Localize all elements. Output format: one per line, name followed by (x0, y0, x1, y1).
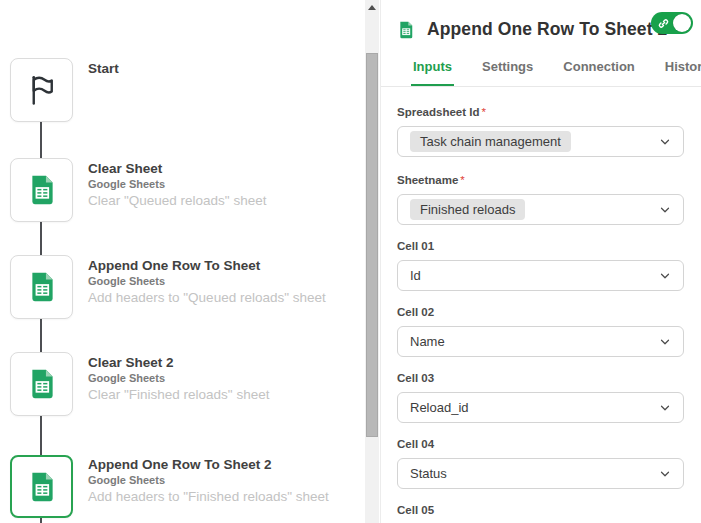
cell-03-select[interactable]: Reload_id (397, 392, 684, 423)
step-title: Clear Sheet (88, 160, 266, 177)
google-sheets-icon (25, 367, 59, 401)
cell-04-select[interactable]: Status (397, 458, 684, 489)
tab-settings[interactable]: Settings (480, 55, 535, 86)
tab-connection[interactable]: Connection (561, 55, 637, 86)
required-asterisk: * (481, 106, 485, 118)
step-label-clear-sheet: Clear Sheet Google Sheets Clear "Queued … (88, 160, 266, 209)
google-sheets-icon (25, 470, 59, 504)
field-cell-03: Cell 03* Reload_id (397, 368, 684, 423)
selected-value: Reload_id (410, 400, 469, 415)
vertical-scrollbar[interactable] (365, 0, 379, 523)
tab-history[interactable]: History (663, 55, 701, 86)
step-app-name: Google Sheets (88, 177, 266, 192)
field-sheetname: Sheetname* Finished reloads (397, 170, 684, 225)
panel-header: Append One Row To Sheet 2 (381, 0, 701, 46)
step-app-name: Google Sheets (88, 274, 326, 289)
field-label: Cell 04 (397, 438, 434, 450)
cell-02-select[interactable]: Name (397, 326, 684, 357)
scrollbar-thumb[interactable] (366, 53, 378, 437)
step-title: Clear Sheet 2 (88, 354, 269, 371)
scrollbar-up-arrow-icon[interactable] (368, 5, 376, 10)
flow-builder-window: Start Clear Sheet Google Sheets Clear "Q… (0, 0, 701, 523)
field-label: Sheetname (397, 174, 458, 186)
selected-value: Name (410, 334, 445, 349)
step-title: Start (88, 60, 119, 77)
toggle-knob (673, 14, 691, 32)
inputs-form: Spreadsheet Id* Task chain management Sh… (381, 87, 701, 523)
step-description: Clear "Queued reloads" sheet (88, 192, 266, 209)
flag-icon (24, 72, 60, 108)
field-cell-04: Cell 04* Status (397, 434, 684, 489)
panel-title: Append One Row To Sheet 2 (427, 19, 667, 40)
step-title: Append One Row To Sheet 2 (88, 456, 329, 473)
connection-toggle[interactable] (651, 12, 693, 34)
step-label-clear-sheet-2: Clear Sheet 2 Google Sheets Clear "Finis… (88, 354, 269, 403)
step-title: Append One Row To Sheet (88, 257, 326, 274)
chevron-down-icon (659, 468, 671, 480)
flow-canvas: Start Clear Sheet Google Sheets Clear "Q… (0, 0, 365, 523)
field-label: Cell 03 (397, 372, 434, 384)
required-asterisk: * (460, 174, 464, 186)
step-node-clear-sheet[interactable] (10, 158, 73, 222)
field-cell-01: Cell 01* Id (397, 236, 684, 291)
step-label-append-one-row: Append One Row To Sheet Google Sheets Ad… (88, 257, 326, 306)
chevron-down-icon (659, 136, 671, 148)
step-node-append-one-row[interactable] (10, 255, 73, 319)
field-label: Cell 02 (397, 306, 434, 318)
field-label: Cell 05 (397, 504, 434, 516)
step-node-clear-sheet-2[interactable] (10, 352, 73, 416)
selected-value: Id (410, 268, 421, 283)
step-description: Add headers to "Queued reloads" sheet (88, 289, 326, 306)
step-description: Clear "Finished reloads" sheet (88, 386, 269, 403)
field-spreadsheet-id: Spreadsheet Id* Task chain management (397, 102, 684, 157)
panel-tabs: Inputs Settings Connection History (381, 55, 701, 87)
selected-value: Finished reloads (410, 199, 525, 220)
spreadsheet-id-select[interactable]: Task chain management (397, 126, 684, 157)
selected-value: Status (410, 466, 447, 481)
google-sheets-icon (396, 20, 416, 40)
step-label-append-one-row-2: Append One Row To Sheet 2 Google Sheets … (88, 456, 329, 505)
chevron-down-icon (659, 336, 671, 348)
link-icon (657, 17, 670, 30)
step-node-start[interactable] (10, 58, 73, 122)
tab-inputs[interactable]: Inputs (411, 55, 454, 86)
field-cell-05: Cell 05* Log (397, 500, 684, 523)
sheetname-select[interactable]: Finished reloads (397, 194, 684, 225)
field-label: Spreadsheet Id (397, 106, 479, 118)
step-app-name: Google Sheets (88, 473, 329, 488)
google-sheets-icon (25, 270, 59, 304)
field-cell-02: Cell 02* Name (397, 302, 684, 357)
step-node-append-one-row-2[interactable] (10, 455, 73, 518)
step-app-name: Google Sheets (88, 371, 269, 386)
step-label-start: Start (88, 60, 119, 77)
selected-value: Task chain management (410, 131, 571, 152)
chevron-down-icon (659, 204, 671, 216)
field-label: Cell 01 (397, 240, 434, 252)
chevron-down-icon (659, 270, 671, 282)
cell-01-select[interactable]: Id (397, 260, 684, 291)
chevron-down-icon (659, 402, 671, 414)
google-sheets-icon (25, 173, 59, 207)
step-settings-panel: Append One Row To Sheet 2 Inputs Setting… (380, 0, 701, 523)
step-description: Add headers to "Finished reloads" sheet (88, 488, 329, 505)
